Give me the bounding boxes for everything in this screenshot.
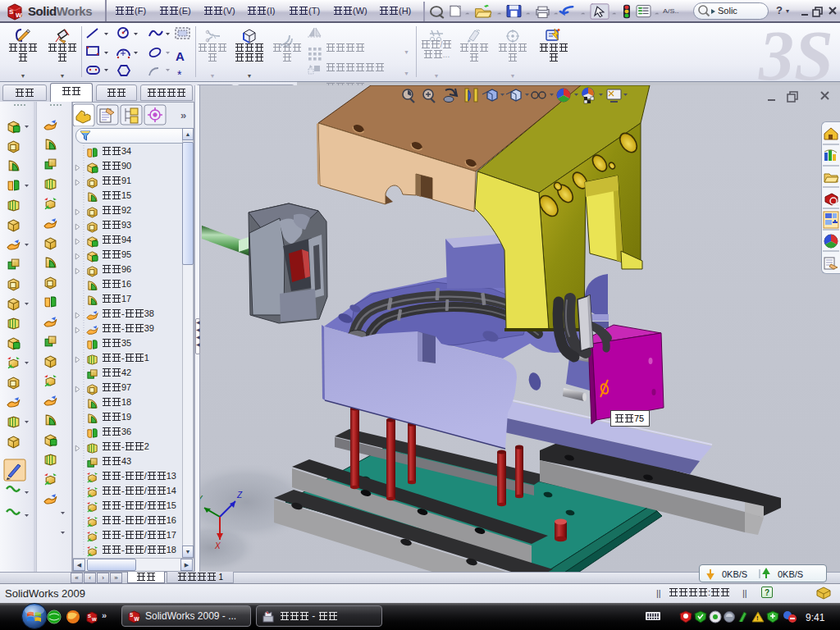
svg-text:S: S: [130, 612, 134, 618]
svg-text:»: »: [102, 610, 107, 620]
svg-text:A/S..: A/S..: [663, 8, 678, 15]
svg-text:Z: Z: [236, 491, 243, 500]
svg-text:A: A: [176, 49, 185, 63]
svg-text:0KB/S: 0KB/S: [722, 569, 747, 579]
svg-text:S: S: [9, 8, 14, 16]
svg-text:W: W: [135, 616, 140, 622]
svg-text:*: *: [177, 68, 182, 80]
svg-text:W: W: [16, 11, 22, 19]
svg-text:S: S: [88, 614, 91, 619]
svg-text:W: W: [92, 617, 97, 622]
svg-text:0KB/S: 0KB/S: [778, 569, 803, 579]
svg-text:»: »: [180, 109, 186, 121]
svg-text:!: !: [756, 614, 759, 622]
svg-text:X: X: [214, 541, 221, 550]
